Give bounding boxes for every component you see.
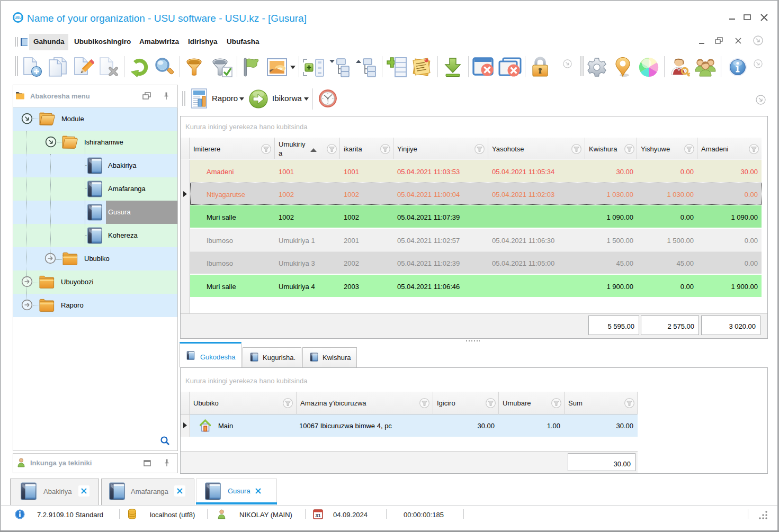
svg-text:31: 31 xyxy=(315,513,320,518)
svg-text:USU: USU xyxy=(14,16,22,20)
